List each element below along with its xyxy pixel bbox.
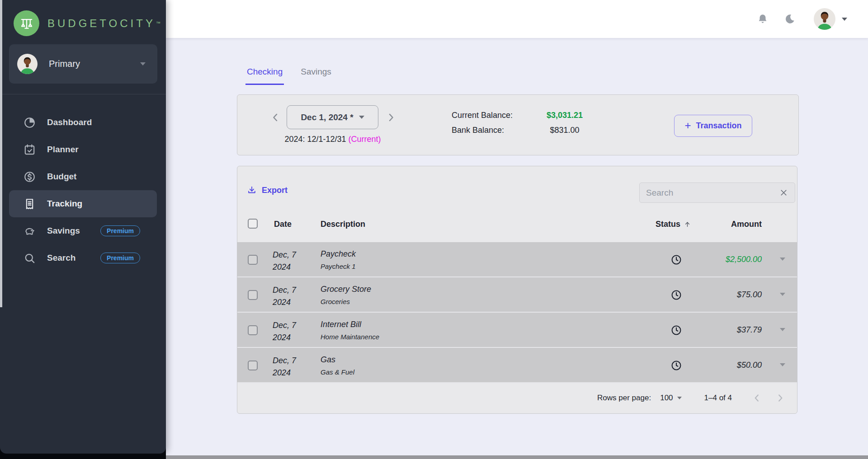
column-header-status[interactable]: Status: [656, 220, 691, 229]
plus-icon: +: [684, 120, 691, 131]
pagination: Rows per page: 100 1–4 of 4: [237, 383, 797, 413]
tab-savings[interactable]: Savings: [299, 67, 333, 85]
table-row[interactable]: Dec, 7 2024 Internet Bill Home Maintanen…: [237, 313, 797, 348]
pending-clock-icon: [670, 254, 682, 266]
row-checkbox[interactable]: [248, 290, 258, 300]
row-expand-chevron-icon[interactable]: [780, 328, 785, 331]
tab-checking[interactable]: Checking: [245, 67, 284, 85]
chevron-down-icon: [359, 116, 364, 119]
pagination-range: 1–4 of 4: [704, 393, 732, 403]
piggy-bank-icon: [23, 225, 36, 238]
search-box: [639, 183, 795, 203]
premium-badge: Premium: [100, 225, 140, 236]
row-expand-chevron-icon[interactable]: [780, 293, 785, 296]
pending-clock-icon: [670, 289, 682, 301]
pie-chart-icon: [23, 116, 36, 129]
row-expand-chevron-icon[interactable]: [780, 363, 785, 366]
user-menu-chevron-icon[interactable]: [842, 18, 847, 21]
row-title: Gas: [321, 355, 354, 365]
sidebar-item-dashboard[interactable]: Dashboard: [9, 109, 157, 136]
rows-per-page-select[interactable]: 100: [660, 393, 681, 403]
topbar: [166, 0, 868, 38]
status-header-label: Status: [656, 220, 680, 229]
period-balance-panel: Dec 1, 2024 * 2024: 12/1-12/31 (Current)…: [237, 94, 799, 155]
row-title: Internet Bill: [321, 320, 379, 329]
notifications-bell-icon[interactable]: [757, 13, 769, 25]
sidebar-item-tracking[interactable]: Tracking: [9, 190, 157, 217]
sidebar-item-search[interactable]: Search Premium: [9, 244, 157, 272]
row-expand-chevron-icon[interactable]: [780, 258, 785, 261]
sidebar: BUDGETOCITY ™ Primary Dashboard Planner …: [0, 0, 166, 454]
sidebar-item-label: Budget: [47, 172, 76, 182]
row-description: Internet Bill Home Maintanence: [321, 320, 379, 341]
previous-page-chevron-icon[interactable]: [751, 392, 763, 404]
export-button[interactable]: Export: [247, 185, 288, 195]
sidebar-item-label: Dashboard: [47, 117, 92, 127]
sidebar-item-planner[interactable]: Planner: [9, 136, 157, 163]
period-range-text: 2024: 12/1-12/31: [284, 135, 346, 144]
column-header-date[interactable]: Date: [274, 220, 292, 229]
download-icon: [247, 185, 257, 195]
period-current-flag: (Current): [349, 135, 381, 144]
row-description: Gas Gas & Fuel: [321, 355, 354, 376]
main-content: Checking Savings Dec 1, 2024 * 2024: 12/…: [166, 38, 868, 455]
column-header-description[interactable]: Description: [321, 220, 365, 229]
brand-name: BUDGETOCITY: [47, 17, 156, 30]
pending-clock-icon: [670, 324, 682, 336]
avatar: [17, 54, 38, 74]
calendar-check-icon: [23, 143, 36, 156]
row-date: Dec, 7 2024: [273, 249, 296, 273]
table-body: Dec, 7 2024 Paycheck Paycheck 1 $2,500.0…: [237, 242, 797, 383]
user-avatar[interactable]: [814, 8, 835, 30]
table-row[interactable]: Dec, 7 2024 Gas Gas & Fuel $50.00: [237, 348, 797, 383]
previous-period-chevron-icon[interactable]: [269, 111, 282, 124]
row-amount: $2,500.00: [726, 255, 762, 264]
next-page-chevron-icon[interactable]: [774, 392, 786, 404]
account-selector-label: Primary: [49, 59, 80, 69]
bank-balance-label: Bank Balance:: [452, 126, 519, 135]
row-subtitle: Gas & Fuel: [321, 368, 354, 376]
export-label: Export: [262, 186, 288, 195]
account-tabs: Checking Savings: [245, 67, 333, 85]
current-balance-label: Current Balance:: [452, 111, 519, 120]
table-row[interactable]: Dec, 7 2024 Grocery Store Groceries $75.…: [237, 277, 797, 313]
bank-balance-value: $831.00: [519, 126, 610, 135]
row-date: Dec, 7 2024: [273, 284, 296, 309]
rows-per-page-label: Rows per page:: [597, 393, 651, 403]
scrollbar[interactable]: [0, 0, 2, 307]
trademark-symbol: ™: [156, 21, 160, 26]
pending-clock-icon: [670, 360, 682, 371]
row-amount: $37.79: [737, 325, 762, 335]
select-all-checkbox[interactable]: [248, 219, 258, 229]
search-input[interactable]: [646, 188, 779, 198]
account-selector[interactable]: Primary: [9, 44, 157, 84]
next-period-chevron-icon[interactable]: [385, 111, 397, 124]
premium-badge: Premium: [100, 253, 140, 263]
chevron-down-icon: [140, 62, 146, 66]
table-row[interactable]: Dec, 7 2024 Paycheck Paycheck 1 $2,500.0…: [237, 242, 797, 277]
column-header-amount[interactable]: Amount: [731, 220, 762, 229]
sidebar-item-label: Planner: [47, 145, 79, 155]
period-select-label: Dec 1, 2024 *: [301, 112, 353, 122]
table-header: Date Description Status Amount: [237, 215, 797, 235]
row-checkbox[interactable]: [248, 361, 258, 370]
balance-scale-logo-icon: [14, 10, 39, 36]
sidebar-item-label: Tracking: [47, 199, 82, 209]
period-select-button[interactable]: Dec 1, 2024 *: [287, 105, 378, 129]
balances: Current Balance: $3,031.21 Bank Balance:…: [452, 108, 610, 138]
row-description: Grocery Store Groceries: [321, 285, 371, 305]
receipt-icon: [23, 197, 36, 211]
sort-ascending-arrow-icon: [684, 220, 691, 228]
sidebar-item-savings[interactable]: Savings Premium: [9, 217, 157, 244]
sidebar-item-budget[interactable]: Budget: [9, 163, 157, 190]
dark-mode-moon-icon[interactable]: [784, 13, 796, 25]
dollar-circle-icon: [23, 170, 36, 183]
sidebar-nav: Dashboard Planner Budget Tracking Saving…: [0, 109, 166, 272]
chevron-down-icon: [677, 397, 682, 399]
app-window: BUDGETOCITY ™ Primary Dashboard Planner …: [0, 0, 868, 459]
row-subtitle: Paycheck 1: [321, 262, 356, 270]
row-checkbox[interactable]: [248, 255, 258, 265]
add-transaction-button[interactable]: + Transaction: [674, 115, 752, 137]
row-checkbox[interactable]: [248, 325, 258, 335]
clear-search-icon[interactable]: [779, 188, 788, 197]
